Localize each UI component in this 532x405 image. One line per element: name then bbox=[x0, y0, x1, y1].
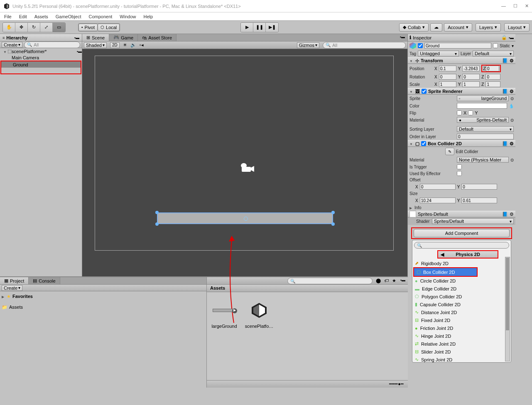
box-collider-enabled[interactable] bbox=[421, 141, 426, 146]
hierarchy-search[interactable]: 🔍 All bbox=[24, 41, 80, 48]
panel-menu-icon[interactable]: ▪▬ bbox=[74, 36, 79, 40]
physics-material-field[interactable]: None (Physics Mater bbox=[457, 157, 509, 163]
tab-scene[interactable]: ⊞ Scene bbox=[82, 34, 109, 41]
assets-search[interactable]: 🔍 bbox=[287, 278, 372, 284]
help-icon[interactable]: 📘 bbox=[502, 212, 508, 217]
menu-item-relative-joint[interactable]: ⇄Relative Joint 2D bbox=[412, 340, 511, 348]
rotation-z-field[interactable] bbox=[485, 74, 500, 80]
panel-menu-icon[interactable]: ▪▬ bbox=[509, 36, 514, 40]
camera-gizmo-icon[interactable] bbox=[240, 162, 254, 176]
menu-window[interactable]: Window bbox=[120, 14, 136, 19]
position-x-field[interactable] bbox=[439, 66, 456, 71]
menu-edit[interactable]: Edit bbox=[19, 14, 27, 19]
order-in-layer-field[interactable] bbox=[457, 134, 514, 139]
color-field[interactable] bbox=[457, 103, 507, 109]
sprite-renderer-enabled[interactable] bbox=[422, 89, 427, 94]
mode-2d-toggle[interactable]: 2D bbox=[110, 42, 120, 48]
menu-assets[interactable]: Assets bbox=[34, 14, 48, 19]
panel-menu-icon[interactable]: ▪▬ bbox=[398, 277, 408, 284]
menu-gameobject[interactable]: GameObject bbox=[56, 14, 81, 19]
favorites-item[interactable]: ★Favorites bbox=[2, 293, 205, 300]
menu-item-distance-joint[interactable]: ∿Distance Joint 2D bbox=[412, 308, 511, 316]
rect-tool[interactable]: ▭ bbox=[53, 23, 65, 32]
menu-help[interactable]: Help bbox=[143, 14, 153, 19]
hierarchy-tab[interactable]: ≡ Hierarchy ▪▬ bbox=[0, 34, 82, 41]
help-icon[interactable]: 📘 bbox=[502, 89, 508, 94]
gear-icon[interactable]: ⚙ bbox=[510, 212, 514, 217]
hierarchy-item-camera[interactable]: Main Camera bbox=[0, 54, 82, 61]
menu-item-edge-collider[interactable]: ▬Edge Collider 2D bbox=[412, 285, 511, 293]
is-trigger-checkbox[interactable] bbox=[457, 164, 462, 169]
gear-icon[interactable]: ⚙ bbox=[510, 141, 514, 146]
inspector-tab[interactable]: ℹ Inspector🔒▪▬ bbox=[408, 34, 515, 41]
sorting-layer-dropdown[interactable]: Default ▾ bbox=[457, 126, 514, 132]
menu-item-box-collider[interactable]: ▢Box Collider 2D bbox=[414, 268, 477, 276]
menu-item-rigidbody[interactable]: ⬈Rigidbody 2D bbox=[412, 259, 511, 267]
save-search-icon[interactable]: ★ bbox=[390, 277, 398, 284]
scale-z-field[interactable] bbox=[485, 81, 500, 87]
scene-viewport[interactable] bbox=[82, 49, 407, 276]
help-icon[interactable]: 📘 bbox=[502, 58, 508, 63]
menu-component[interactable]: Component bbox=[88, 14, 112, 19]
sprite-field[interactable]: ▫largeGround bbox=[457, 95, 509, 101]
assets-folder[interactable]: 📁Assets bbox=[2, 304, 205, 310]
local-toggle[interactable]: ⬡ Local bbox=[98, 24, 120, 31]
asset-scene[interactable]: scenePlatfo… bbox=[246, 299, 272, 329]
tab-game[interactable]: 🎮 Game bbox=[109, 34, 138, 41]
scrollbar[interactable] bbox=[505, 257, 510, 361]
menu-item-slider-joint[interactable]: ⊟Slider Joint 2D bbox=[412, 348, 511, 356]
edit-collider-button[interactable]: ✎ bbox=[445, 148, 454, 155]
menu-item-hinge-joint[interactable]: ∿Hinge Joint 2D bbox=[412, 332, 511, 340]
rect-handle[interactable] bbox=[155, 211, 159, 214]
transform-component-header[interactable]: ⊹ Transform📘⚙ bbox=[408, 57, 515, 64]
box-collider-header[interactable]: ▢ Box Collider 2D📘⚙ bbox=[408, 140, 515, 147]
layers-dropdown[interactable]: Layers ▾ bbox=[476, 23, 501, 32]
shader-dropdown[interactable]: Sprites/Default ▾ bbox=[432, 218, 514, 224]
size-y-field[interactable] bbox=[461, 198, 497, 203]
offset-y-field[interactable] bbox=[461, 184, 497, 190]
layout-dropdown[interactable]: Layout ▾ bbox=[504, 23, 530, 32]
scale-y-field[interactable] bbox=[462, 81, 480, 87]
tag-dropdown[interactable]: Untagged ▾ bbox=[418, 51, 459, 56]
rotation-x-field[interactable] bbox=[439, 74, 456, 80]
scene-search[interactable]: 🔍 All bbox=[323, 42, 406, 49]
project-tree[interactable]: ★Favorites 📁Assets bbox=[0, 291, 206, 388]
close-icon[interactable]: ✕ bbox=[525, 3, 529, 9]
sprite-renderer-header[interactable]: 🖼 Sprite Renderer📘⚙ bbox=[408, 88, 515, 95]
hand-tool[interactable]: ✋ bbox=[3, 23, 15, 32]
scene-panel-menu-icon[interactable]: ▪▬ bbox=[397, 34, 407, 41]
rect-handle[interactable] bbox=[155, 222, 159, 226]
lock-icon[interactable]: 🔒 bbox=[501, 35, 507, 40]
hierarchy-item-ground[interactable]: Ground bbox=[1, 61, 81, 68]
material-field[interactable]: ●Sprites-Default bbox=[457, 117, 509, 123]
menu-item-capsule-collider[interactable]: ▮Capsule Collider 2D bbox=[412, 300, 511, 308]
pivot-toggle[interactable]: ▪ Pivot bbox=[78, 24, 98, 31]
rect-handle[interactable] bbox=[331, 211, 335, 214]
menu-item-fixed-joint[interactable]: ⊟Fixed Joint 2D bbox=[412, 316, 511, 324]
offset-x-field[interactable] bbox=[420, 184, 456, 190]
gameobject-name-field[interactable] bbox=[424, 43, 491, 49]
add-component-button[interactable]: Add Component bbox=[414, 229, 510, 237]
collab-dropdown[interactable]: ◆ Collab ▾ bbox=[399, 23, 429, 32]
play-button[interactable]: ▶ bbox=[241, 23, 253, 32]
flip-x-checkbox[interactable] bbox=[457, 110, 462, 115]
asset-largeground[interactable]: ▶ largeGround bbox=[211, 299, 238, 329]
position-z-field[interactable] bbox=[486, 66, 499, 71]
scene-row[interactable]: ⬚ scenePlatformer*▪▬ bbox=[0, 48, 82, 54]
label-filter-icon[interactable]: 🏷 bbox=[382, 277, 390, 284]
rotation-y-field[interactable] bbox=[462, 74, 480, 80]
menu-item-friction-joint[interactable]: ●Friction Joint 2D bbox=[412, 324, 511, 332]
assets-grid[interactable]: ▶ largeGround scenePlatfo… bbox=[207, 292, 408, 380]
size-x-field[interactable] bbox=[420, 198, 456, 203]
lighting-toggle-icon[interactable]: ☀ bbox=[123, 42, 127, 48]
layer-dropdown[interactable]: Default ▾ bbox=[473, 51, 514, 56]
maximize-icon[interactable]: ☐ bbox=[513, 3, 517, 9]
tab-project[interactable]: ▦ Project bbox=[0, 277, 29, 284]
rect-handle[interactable] bbox=[331, 222, 335, 226]
menu-item-polygon-collider[interactable]: ⬠Polygon Collider 2D bbox=[412, 293, 511, 300]
move-tool[interactable]: ✥ bbox=[15, 23, 28, 32]
assets-breadcrumb[interactable]: Assets bbox=[207, 285, 408, 292]
gameobject-icon[interactable] bbox=[409, 42, 416, 49]
material-preview-header[interactable]: Sprites-Default📘⚙ bbox=[408, 211, 515, 217]
tab-console[interactable]: ▤ Console bbox=[29, 277, 60, 284]
